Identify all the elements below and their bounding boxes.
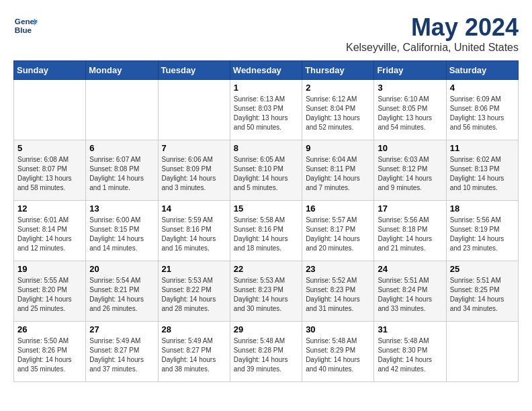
calendar-day-2: 2Sunrise: 6:12 AMSunset: 8:04 PMDaylight… [302,80,374,140]
weekday-header-friday: Friday [374,61,446,80]
day-info: Sunrise: 5:49 AMSunset: 8:27 PMDaylight:… [162,336,226,374]
calendar-day-11: 11Sunrise: 6:02 AMSunset: 8:13 PMDayligh… [446,140,518,201]
calendar-week-3: 12Sunrise: 6:01 AMSunset: 8:14 PMDayligh… [14,201,519,261]
day-number: 26 [17,324,82,334]
day-info: Sunrise: 5:56 AMSunset: 8:18 PMDaylight:… [378,216,442,253]
day-info: Sunrise: 6:13 AMSunset: 8:03 PMDaylight:… [234,95,298,132]
calendar-day-17: 17Sunrise: 5:56 AMSunset: 8:18 PMDayligh… [374,201,446,261]
calendar-day-26: 26Sunrise: 5:50 AMSunset: 8:26 PMDayligh… [14,322,86,382]
calendar-week-2: 5Sunrise: 6:08 AMSunset: 8:07 PMDaylight… [14,140,519,201]
empty-cell [158,80,230,140]
calendar-day-16: 16Sunrise: 5:57 AMSunset: 8:17 PMDayligh… [302,201,374,261]
calendar-day-29: 29Sunrise: 5:48 AMSunset: 8:28 PMDayligh… [230,322,302,382]
logo: General Blue [13,13,38,38]
day-number: 24 [378,264,442,274]
day-info: Sunrise: 5:48 AMSunset: 8:30 PMDaylight:… [378,336,442,374]
calendar-day-20: 20Sunrise: 5:54 AMSunset: 8:21 PMDayligh… [86,261,158,322]
day-number: 25 [450,264,515,274]
generalblue-logo-icon: General Blue [13,13,38,38]
weekday-header-monday: Monday [86,61,158,80]
calendar-day-15: 15Sunrise: 5:58 AMSunset: 8:16 PMDayligh… [230,201,302,261]
calendar-subtitle: Kelseyville, California, United States [346,42,519,54]
day-info: Sunrise: 5:55 AMSunset: 8:20 PMDaylight:… [17,276,82,314]
calendar-day-13: 13Sunrise: 6:00 AMSunset: 8:15 PMDayligh… [86,201,158,261]
calendar-week-5: 26Sunrise: 5:50 AMSunset: 8:26 PMDayligh… [14,322,519,382]
weekday-header-thursday: Thursday [302,61,374,80]
calendar-day-25: 25Sunrise: 5:51 AMSunset: 8:25 PMDayligh… [446,261,518,322]
calendar-week-4: 19Sunrise: 5:55 AMSunset: 8:20 PMDayligh… [14,261,519,322]
empty-cell [86,80,158,140]
title-area: May 2024 Kelseyville, California, United… [346,13,519,54]
day-number: 21 [162,264,226,274]
day-number: 17 [378,203,442,214]
calendar-week-1: 1Sunrise: 6:13 AMSunset: 8:03 PMDaylight… [14,80,519,140]
header: General Blue May 2024 Kelseyville, Calif… [13,13,519,54]
day-info: Sunrise: 5:48 AMSunset: 8:28 PMDaylight:… [234,336,298,374]
day-info: Sunrise: 5:58 AMSunset: 8:16 PMDaylight:… [234,216,298,253]
day-info: Sunrise: 5:59 AMSunset: 8:16 PMDaylight:… [162,216,226,253]
day-info: Sunrise: 6:10 AMSunset: 8:05 PMDaylight:… [378,95,442,132]
calendar-day-30: 30Sunrise: 5:48 AMSunset: 8:29 PMDayligh… [302,322,374,382]
day-info: Sunrise: 5:52 AMSunset: 8:23 PMDaylight:… [306,276,370,314]
day-number: 9 [306,143,370,153]
day-number: 18 [450,203,515,214]
day-info: Sunrise: 5:50 AMSunset: 8:26 PMDaylight:… [17,336,82,374]
weekday-header-row: SundayMondayTuesdayWednesdayThursdayFrid… [14,61,519,80]
day-number: 11 [450,143,515,153]
day-info: Sunrise: 5:51 AMSunset: 8:25 PMDaylight:… [450,276,515,314]
svg-text:Blue: Blue [15,26,32,34]
day-number: 19 [17,264,82,274]
day-info: Sunrise: 5:53 AMSunset: 8:23 PMDaylight:… [234,276,298,314]
day-number: 30 [306,324,370,334]
day-number: 5 [17,143,82,153]
day-number: 1 [234,83,298,93]
calendar-day-31: 31Sunrise: 5:48 AMSunset: 8:30 PMDayligh… [374,322,446,382]
day-info: Sunrise: 6:12 AMSunset: 8:04 PMDaylight:… [306,95,370,132]
calendar-day-7: 7Sunrise: 6:06 AMSunset: 8:09 PMDaylight… [158,140,230,201]
empty-cell [14,80,86,140]
day-info: Sunrise: 5:56 AMSunset: 8:19 PMDaylight:… [450,216,515,253]
calendar-day-4: 4Sunrise: 6:09 AMSunset: 8:06 PMDaylight… [446,80,518,140]
day-number: 10 [378,143,442,153]
calendar-day-27: 27Sunrise: 5:49 AMSunset: 8:27 PMDayligh… [86,322,158,382]
day-info: Sunrise: 6:07 AMSunset: 8:08 PMDaylight:… [89,155,154,193]
day-info: Sunrise: 6:02 AMSunset: 8:13 PMDaylight:… [450,155,515,193]
calendar-day-1: 1Sunrise: 6:13 AMSunset: 8:03 PMDaylight… [230,80,302,140]
day-number: 13 [89,203,154,214]
weekday-header-wednesday: Wednesday [230,61,302,80]
day-info: Sunrise: 6:05 AMSunset: 8:10 PMDaylight:… [234,155,298,193]
weekday-header-tuesday: Tuesday [158,61,230,80]
calendar-day-6: 6Sunrise: 6:07 AMSunset: 8:08 PMDaylight… [86,140,158,201]
day-info: Sunrise: 6:00 AMSunset: 8:15 PMDaylight:… [89,216,154,253]
day-info: Sunrise: 5:48 AMSunset: 8:29 PMDaylight:… [306,336,370,374]
calendar-day-22: 22Sunrise: 5:53 AMSunset: 8:23 PMDayligh… [230,261,302,322]
calendar-day-23: 23Sunrise: 5:52 AMSunset: 8:23 PMDayligh… [302,261,374,322]
day-number: 22 [234,264,298,274]
calendar-day-18: 18Sunrise: 5:56 AMSunset: 8:19 PMDayligh… [446,201,518,261]
day-info: Sunrise: 6:06 AMSunset: 8:09 PMDaylight:… [162,155,226,193]
day-info: Sunrise: 5:51 AMSunset: 8:24 PMDaylight:… [378,276,442,314]
day-info: Sunrise: 6:08 AMSunset: 8:07 PMDaylight:… [17,155,82,193]
day-number: 29 [234,324,298,334]
calendar-day-21: 21Sunrise: 5:53 AMSunset: 8:22 PMDayligh… [158,261,230,322]
day-number: 23 [306,264,370,274]
calendar-day-9: 9Sunrise: 6:04 AMSunset: 8:11 PMDaylight… [302,140,374,201]
calendar-day-5: 5Sunrise: 6:08 AMSunset: 8:07 PMDaylight… [14,140,86,201]
calendar-day-3: 3Sunrise: 6:10 AMSunset: 8:05 PMDaylight… [374,80,446,140]
day-number: 6 [89,143,154,153]
day-number: 3 [378,83,442,93]
day-info: Sunrise: 6:01 AMSunset: 8:14 PMDaylight:… [17,216,82,253]
calendar-day-8: 8Sunrise: 6:05 AMSunset: 8:10 PMDaylight… [230,140,302,201]
day-info: Sunrise: 5:57 AMSunset: 8:17 PMDaylight:… [306,216,370,253]
calendar-day-24: 24Sunrise: 5:51 AMSunset: 8:24 PMDayligh… [374,261,446,322]
day-number: 27 [89,324,154,334]
calendar-title: May 2024 [346,13,519,42]
day-number: 15 [234,203,298,214]
calendar-day-28: 28Sunrise: 5:49 AMSunset: 8:27 PMDayligh… [158,322,230,382]
day-number: 16 [306,203,370,214]
day-number: 2 [306,83,370,93]
day-number: 12 [17,203,82,214]
weekday-header-sunday: Sunday [14,61,86,80]
day-info: Sunrise: 5:54 AMSunset: 8:21 PMDaylight:… [89,276,154,314]
day-number: 4 [450,83,515,93]
